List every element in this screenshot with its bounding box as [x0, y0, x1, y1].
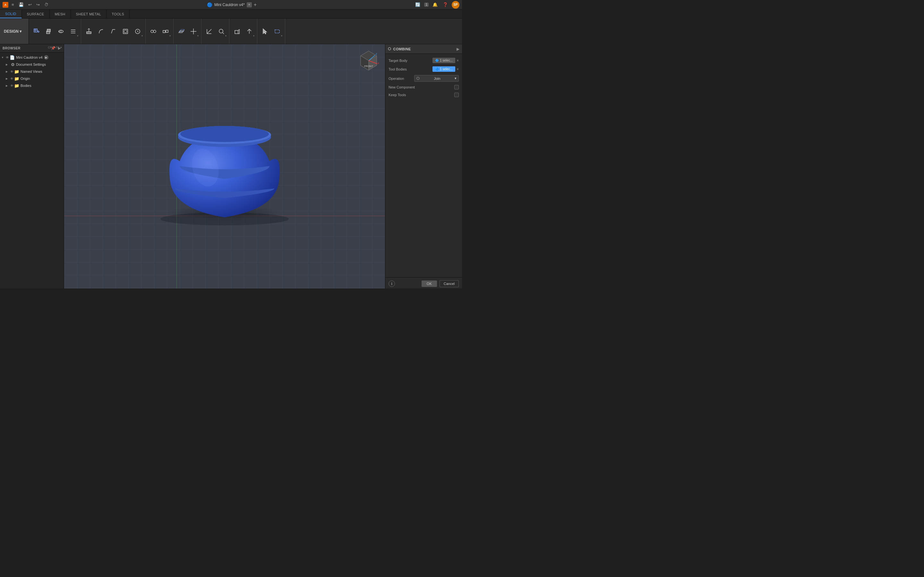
info-btn[interactable]: ℹ	[389, 280, 395, 287]
ok-btn[interactable]: OK	[422, 280, 437, 287]
operation-label: Operation	[389, 77, 414, 81]
browser-title: BROWSER	[3, 47, 21, 50]
tab-tools[interactable]: TOOLS	[107, 10, 129, 18]
insert-more-btn[interactable]	[244, 26, 255, 37]
help-btn[interactable]: ❓	[441, 1, 449, 9]
tool-bodies-value: 🔷 1 selec... ×	[414, 66, 459, 72]
svg-line-18	[223, 33, 224, 34]
svg-rect-12	[163, 31, 165, 33]
assemble-more-btn[interactable]	[160, 26, 171, 37]
create-more-btn[interactable]	[67, 26, 79, 37]
joint-btn[interactable]	[148, 26, 159, 37]
tab-solid[interactable]: SOLID	[0, 10, 22, 18]
combine-icon: ⬡	[388, 47, 391, 51]
shell-btn[interactable]	[120, 26, 131, 37]
tree-item-named-views[interactable]: ▶ 👁 📁 Named Views	[0, 68, 64, 75]
tree-item-doc-settings[interactable]: ▶ ⚙ Document Settings	[0, 61, 64, 68]
svg-rect-6	[87, 32, 91, 34]
combine-footer: ℹ OK Cancel	[385, 277, 462, 288]
offset-plane-btn[interactable]	[176, 26, 187, 37]
panel-expand-btn[interactable]: ▶	[457, 47, 459, 51]
tree-arrow-bodies: ▶	[6, 84, 10, 87]
target-body-row: Target Body 🔷 1 selec... ×	[389, 58, 459, 63]
tree-label-bodies: Bodies	[21, 84, 31, 87]
redo-btn[interactable]: ↪	[35, 2, 41, 8]
tree-item-bodies[interactable]: ▶ 👁 📁 Bodies	[0, 82, 64, 89]
fillet-btn[interactable]	[95, 26, 107, 37]
tool-bodies-select-btn[interactable]: 🔷 1 selec...	[433, 66, 455, 72]
target-body-text: 1 selec...	[440, 59, 453, 62]
save-btn[interactable]: 💾	[17, 2, 25, 8]
new-tab-btn[interactable]: +	[254, 2, 257, 8]
tree-arrow-origin: ▶	[6, 77, 10, 80]
browser-tree: ▼ 👁 📄 Mini Cauldron v4 ▶ ▶ ⚙ Document Se…	[0, 53, 64, 288]
orientation-cube[interactable]: FRONT Z X	[357, 49, 380, 72]
tree-icon-origin: 📁	[14, 76, 19, 81]
modify-more-btn[interactable]	[132, 26, 144, 37]
tab-mesh[interactable]: MESH	[50, 10, 71, 18]
tree-label-named-views: Named Views	[21, 69, 42, 73]
cancel-btn[interactable]: Cancel	[439, 280, 459, 287]
title-bar-center: 🔵 Mini Cauldron v4* × +	[207, 2, 257, 8]
create-label: CREATE ▾	[48, 46, 61, 49]
eye-icon-root: 👁	[6, 56, 9, 59]
svg-rect-13	[166, 30, 168, 32]
design-dropdown-btn[interactable]: DESIGN ▾	[0, 19, 29, 44]
tree-label-doc-settings: Document Settings	[16, 63, 46, 66]
history-btn[interactable]: ⏱	[43, 2, 50, 8]
undo-btn[interactable]: ↩	[27, 2, 33, 8]
svg-point-24	[180, 126, 269, 142]
svg-point-11	[153, 30, 156, 33]
revolve-btn[interactable]	[55, 26, 67, 37]
inspect-more-btn[interactable]	[216, 26, 227, 37]
tool-bodies-icon: 🔷	[435, 67, 439, 71]
tree-item-origin[interactable]: ▶ 👁 📁 Origin	[0, 75, 64, 82]
tool-group-create: CREATE ▾	[29, 19, 81, 44]
svg-point-17	[219, 29, 223, 33]
svg-rect-19	[235, 31, 238, 34]
press-pull-btn[interactable]	[83, 26, 95, 37]
tool-group-assemble: ASSEMBLE ▾	[145, 19, 174, 44]
construct-more-btn[interactable]	[188, 26, 199, 37]
tool-bodies-clear-btn[interactable]: ×	[457, 67, 459, 71]
title-bar-left: A ≡ 💾 ↩ ↪ ⏱	[3, 2, 50, 8]
eye-icon-bodies: 👁	[10, 84, 13, 87]
target-body-select-btn[interactable]: 🔷 1 selec...	[433, 58, 455, 63]
window-select-btn[interactable]	[271, 26, 283, 37]
notification-btn[interactable]: 🔔	[431, 1, 439, 9]
new-sketch-btn[interactable]	[31, 26, 42, 37]
svg-rect-20	[275, 30, 279, 33]
sync-icon[interactable]: 🔄	[414, 1, 422, 9]
svg-text:X: X	[378, 62, 379, 64]
chamfer-btn[interactable]	[107, 26, 119, 37]
avatar-btn[interactable]: SP	[452, 1, 459, 9]
select-btn[interactable]	[259, 26, 271, 37]
new-component-checkbox[interactable]	[454, 85, 459, 89]
target-body-icon: 🔷	[435, 59, 439, 62]
tab-surface[interactable]: SURFACE	[22, 10, 50, 18]
operation-dropdown[interactable]: ⬡ Join ▾	[414, 75, 459, 82]
toolbar-wrapper: SOLID SURFACE MESH SHEET METAL TOOLS DES…	[0, 10, 462, 44]
tree-item-root[interactable]: ▼ 👁 📄 Mini Cauldron v4 ▶	[0, 54, 64, 61]
tree-arrow-doc-settings: ▶	[6, 63, 10, 66]
tree-icon-doc-settings: ⚙	[11, 62, 15, 67]
close-tab-btn[interactable]: ×	[247, 2, 252, 7]
viewport[interactable]: FRONT Z X	[64, 44, 385, 288]
tab-sheet-metal[interactable]: SHEET METAL	[71, 10, 107, 18]
insert-btn[interactable]	[231, 26, 243, 37]
new-component-label: New Component	[389, 85, 415, 89]
file-menu-btn[interactable]: ≡	[10, 2, 15, 8]
measure-btn[interactable]	[204, 26, 215, 37]
target-body-clear-btn[interactable]: ×	[457, 58, 459, 63]
combine-title: ⬡ COMBINE	[388, 47, 411, 51]
cauldron-model	[148, 100, 302, 229]
tree-arrow-named-views: ▶	[6, 70, 10, 73]
keep-tools-checkbox[interactable]	[454, 93, 459, 97]
extrude-btn[interactable]	[43, 26, 55, 37]
combine-header: ⬡ COMBINE ▶	[385, 44, 462, 54]
svg-rect-4	[47, 29, 50, 32]
tool-bodies-label: Tool Bodies	[389, 67, 414, 71]
operation-text: Join	[434, 77, 440, 81]
tree-icon-named-views: 📁	[14, 69, 19, 74]
eye-icon-named-views: 👁	[10, 70, 13, 73]
